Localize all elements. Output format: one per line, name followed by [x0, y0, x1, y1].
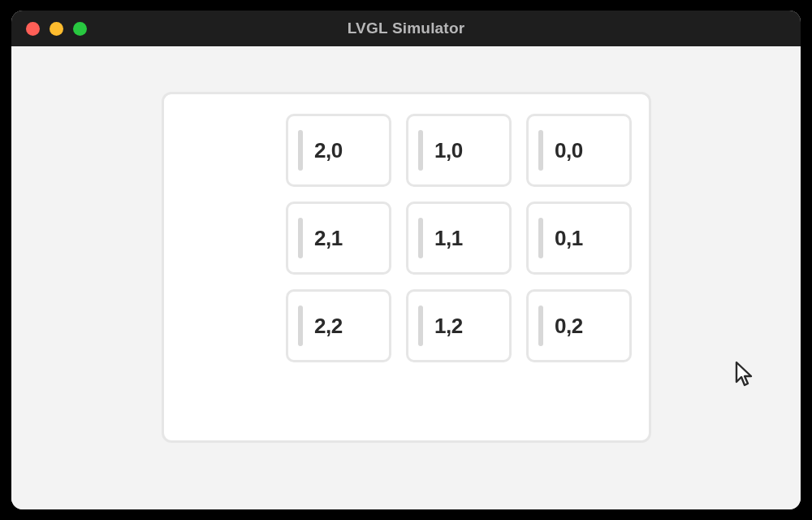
grid-cell-0-2[interactable]: 0,0 [526, 114, 632, 187]
text-cursor-icon [418, 130, 423, 171]
cell-label: 1,0 [434, 138, 463, 163]
cell-label: 0,0 [555, 138, 583, 163]
grid-cell-0-0[interactable]: 2,0 [286, 114, 391, 187]
grid-cell-1-2[interactable]: 0,1 [526, 202, 632, 275]
cell-label: 2,1 [314, 226, 343, 251]
grid-cell-2-1[interactable]: 1,2 [406, 289, 512, 362]
text-cursor-icon [298, 218, 303, 258]
cell-label: 0,1 [555, 226, 583, 251]
text-cursor-icon [298, 306, 303, 346]
minimize-window-button[interactable] [50, 22, 63, 36]
text-cursor-icon [298, 130, 303, 171]
cell-label: 2,0 [314, 138, 343, 163]
grid-cell-1-0[interactable]: 2,1 [286, 202, 391, 275]
cell-label: 1,1 [434, 226, 463, 251]
traffic-lights [11, 22, 87, 36]
grid-panel: 2,0 1,0 0,0 2,1 1,1 [162, 92, 651, 443]
grid-cell-1-1[interactable]: 1,1 [406, 202, 512, 275]
grid-cell-0-1[interactable]: 1,0 [406, 114, 512, 187]
cell-label: 2,2 [314, 314, 343, 339]
text-cursor-icon [538, 218, 543, 258]
mouse-cursor-icon [734, 361, 758, 390]
text-cursor-icon [418, 306, 423, 346]
cell-label: 1,2 [434, 314, 463, 339]
content-area: 2,0 1,0 0,0 2,1 1,1 [11, 46, 801, 509]
text-cursor-icon [418, 218, 423, 258]
titlebar: LVGL Simulator [11, 11, 801, 46]
cell-label: 0,2 [555, 314, 583, 339]
grid: 2,0 1,0 0,0 2,1 1,1 [286, 114, 632, 362]
text-cursor-icon [538, 130, 543, 171]
close-window-button[interactable] [26, 22, 40, 36]
grid-cell-2-2[interactable]: 0,2 [526, 289, 632, 362]
text-cursor-icon [538, 306, 543, 346]
maximize-window-button[interactable] [73, 22, 87, 36]
app-window: LVGL Simulator 2,0 1,0 0,0 2,1 [11, 11, 801, 509]
window-title: LVGL Simulator [348, 20, 465, 37]
grid-cell-2-0[interactable]: 2,2 [286, 289, 391, 362]
